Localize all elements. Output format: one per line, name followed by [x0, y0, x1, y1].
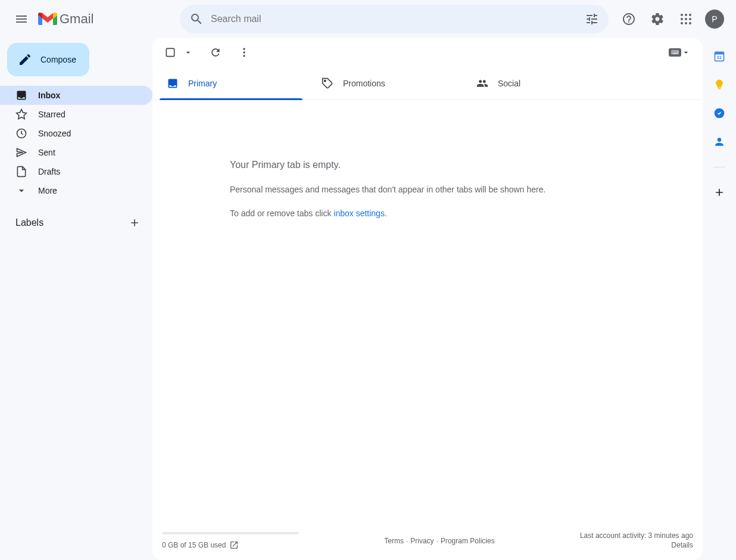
gear-icon [650, 12, 665, 26]
select-checkbox[interactable] [162, 44, 179, 61]
sidebar-item-more[interactable]: More [0, 181, 152, 200]
search-bar [180, 5, 609, 33]
search-options-button[interactable] [580, 7, 604, 31]
svg-point-4 [685, 18, 687, 20]
footer: 0 GB of 15 GB used Terms · Privacy · Pro… [152, 528, 703, 560]
people-icon [476, 77, 488, 89]
tab-primary[interactable]: Primary [160, 67, 314, 99]
empty-body: Personal messages and messages that don'… [230, 185, 679, 194]
caret-down-icon [183, 48, 193, 57]
svg-text:31: 31 [717, 55, 722, 60]
activity-text: Last account activity: 3 minutes ago [580, 531, 693, 540]
pencil-icon [18, 52, 32, 67]
tune-icon [585, 12, 599, 26]
keep-icon [713, 79, 725, 91]
terms-link[interactable]: Terms [384, 537, 404, 545]
tab-promotions[interactable]: Promotions [314, 67, 469, 99]
side-panel-divider [713, 167, 725, 167]
sidebar: Compose Inbox Starred Snoozed Sent Draft… [0, 38, 152, 560]
sidebar-item-sent[interactable]: Sent [0, 143, 152, 162]
plus-icon [713, 186, 725, 198]
svg-point-14 [325, 80, 326, 82]
nav-label: Snoozed [38, 129, 71, 138]
tasks-app-button[interactable] [713, 107, 725, 119]
inbox-icon [15, 89, 27, 101]
input-tools-button[interactable]: ⌨ [666, 45, 693, 60]
empty-hint-prefix: To add or remove tabs click [230, 209, 333, 218]
svg-point-5 [689, 18, 691, 20]
calendar-app-button[interactable]: 31 [713, 50, 725, 62]
send-icon [15, 147, 27, 158]
sidebar-item-starred[interactable]: Starred [0, 105, 152, 124]
inbox-icon [167, 77, 179, 89]
calendar-icon: 31 [713, 50, 725, 62]
toolbar: ⌨ [152, 38, 703, 67]
side-panel: 31 [703, 38, 736, 560]
svg-point-1 [685, 14, 687, 16]
empty-title: Your Primary tab is empty. [230, 160, 679, 170]
sidebar-item-snoozed[interactable]: Snoozed [0, 124, 152, 143]
contacts-icon [713, 136, 725, 148]
app-name-text: Gmail [60, 11, 93, 27]
sidebar-item-inbox[interactable]: Inbox [0, 86, 152, 105]
support-button[interactable] [617, 7, 641, 31]
header-right: P [615, 7, 731, 31]
gmail-logo[interactable]: Gmail [38, 11, 180, 27]
file-icon [15, 166, 27, 178]
get-addons-button[interactable] [713, 186, 725, 198]
tab-label: Primary [188, 79, 217, 88]
tab-label: Promotions [343, 79, 385, 88]
policies-link[interactable]: Program Policies [441, 537, 495, 545]
main-menu-button[interactable] [7, 5, 36, 33]
refresh-icon [210, 46, 222, 58]
select-dropdown[interactable] [181, 45, 195, 60]
compose-button[interactable]: Compose [7, 43, 89, 76]
keep-app-button[interactable] [713, 79, 725, 91]
chevron-down-icon [15, 185, 27, 197]
labels-title: Labels [15, 217, 43, 228]
sidebar-item-drafts[interactable]: Drafts [0, 162, 152, 181]
inbox-settings-link[interactable]: inbox settings [333, 209, 385, 218]
google-apps-button[interactable] [674, 7, 698, 31]
plus-icon [129, 217, 141, 229]
storage-progress [162, 532, 299, 534]
svg-point-8 [689, 22, 691, 24]
svg-point-6 [681, 22, 683, 24]
search-button[interactable] [185, 7, 208, 31]
svg-rect-16 [715, 52, 724, 54]
refresh-button[interactable] [207, 44, 224, 61]
labels-header: Labels [5, 211, 152, 235]
tag-icon [322, 77, 333, 89]
open-external-icon[interactable] [229, 540, 239, 550]
svg-point-12 [243, 51, 245, 53]
more-actions-button[interactable] [236, 44, 252, 61]
privacy-link[interactable]: Privacy [410, 537, 434, 545]
category-tabs: Primary Promotions Social [152, 67, 703, 100]
add-label-button[interactable] [127, 216, 142, 230]
tab-social[interactable]: Social [469, 67, 624, 99]
tasks-icon [713, 107, 725, 119]
contacts-app-button[interactable] [713, 136, 725, 148]
help-icon [622, 12, 636, 26]
svg-point-3 [681, 18, 683, 20]
apps-grid-icon [679, 12, 693, 26]
nav-label: More [38, 186, 57, 195]
empty-hint: To add or remove tabs click inbox settin… [230, 209, 679, 218]
account-avatar[interactable]: P [705, 10, 724, 29]
svg-rect-10 [166, 48, 174, 56]
svg-point-7 [685, 22, 687, 24]
search-icon [189, 12, 204, 26]
svg-point-13 [243, 55, 245, 57]
checkbox-icon [164, 46, 176, 58]
nav-label: Drafts [38, 167, 60, 176]
hamburger-icon [14, 12, 29, 26]
nav-label: Sent [38, 148, 55, 157]
details-link[interactable]: Details [580, 541, 693, 549]
search-input[interactable] [208, 14, 580, 24]
empty-state: Your Primary tab is empty. Personal mess… [152, 100, 703, 528]
storage-text: 0 GB of 15 GB used [162, 541, 226, 549]
compose-label: Compose [40, 55, 76, 64]
settings-button[interactable] [645, 7, 669, 31]
keyboard-icon: ⌨ [669, 48, 681, 57]
nav-label: Inbox [38, 91, 60, 100]
